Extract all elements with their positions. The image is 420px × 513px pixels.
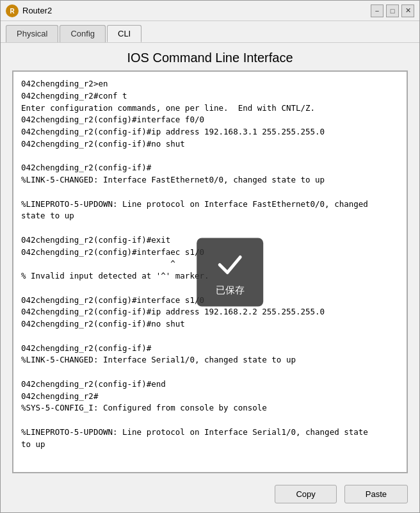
title-bar: R Router2 − □ ✕ xyxy=(1,1,419,21)
window-controls: − □ ✕ xyxy=(371,4,414,17)
maximize-button[interactable]: □ xyxy=(386,4,399,17)
router2-window: R Router2 − □ ✕ Physical Config CLI IOS … xyxy=(0,0,420,513)
app-icon: R xyxy=(6,4,19,17)
save-text: 已保存 xyxy=(216,284,245,296)
tab-bar: Physical Config CLI xyxy=(1,21,419,43)
svg-text:R: R xyxy=(10,8,15,15)
paste-button[interactable]: Paste xyxy=(344,485,408,503)
checkmark-icon xyxy=(214,248,245,279)
window-title: Router2 xyxy=(22,6,371,15)
copy-button[interactable]: Copy xyxy=(275,485,336,503)
cli-area: 042chengding_r2>en 042chengding_r2#conf … xyxy=(12,70,408,473)
minimize-button[interactable]: − xyxy=(371,4,384,17)
tab-physical[interactable]: Physical xyxy=(6,25,58,42)
close-button[interactable]: ✕ xyxy=(401,4,414,17)
tab-config[interactable]: Config xyxy=(60,25,106,42)
section-title: IOS Command Line Interface xyxy=(1,43,419,70)
bottom-bar: Copy Paste xyxy=(1,480,419,512)
save-overlay: 已保存 xyxy=(197,238,263,306)
tab-cli[interactable]: CLI xyxy=(107,25,141,42)
